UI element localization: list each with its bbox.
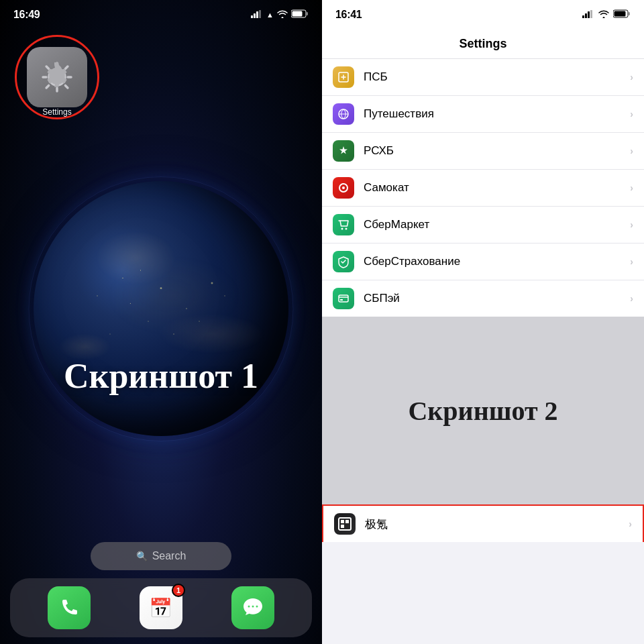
svg-rect-27 (340, 299, 343, 301)
item-label-sbermarket: СберМаркет (364, 218, 625, 231)
item-label-sberins: СберСтрахование (364, 255, 625, 268)
app-icon-jike (334, 513, 356, 535)
svg-rect-30 (345, 520, 349, 523)
svg-rect-14 (585, 13, 587, 18)
left-panel: 16:49 ▲ (0, 0, 322, 644)
dock-phone-app[interactable] (48, 586, 91, 629)
item-label-travel: Путешествия (364, 107, 625, 121)
app-icon-sbermarket (333, 214, 354, 235)
settings-item-jike[interactable]: 极氪 › (322, 504, 644, 542)
settings-app-label: Settings (20, 107, 94, 117)
nav-title: Settings (459, 37, 506, 51)
status-icons-right (582, 9, 631, 21)
app-icon-travel (333, 103, 354, 125)
chevron-samokat: › (630, 182, 633, 193)
svg-rect-5 (307, 12, 308, 15)
svg-rect-18 (629, 12, 630, 15)
svg-rect-2 (256, 11, 258, 18)
phone-icon (57, 596, 81, 620)
settings-item-pcb[interactable]: ПСБ › (322, 59, 644, 96)
svg-rect-3 (259, 10, 261, 18)
gear-icon (39, 59, 75, 95)
jike-icon (337, 517, 352, 531)
sbermarket-icon (337, 218, 350, 231)
settings-item-travel[interactable]: Путешествия › (322, 96, 644, 133)
travel-icon (337, 107, 350, 121)
svg-point-23 (342, 186, 345, 189)
svg-rect-16 (590, 10, 592, 18)
settings-item-rshb[interactable]: РСХБ › (322, 133, 644, 170)
dock: 📅 1 (10, 578, 312, 637)
search-bar[interactable]: 🔍 Search (91, 542, 231, 570)
signal-icon-right (582, 9, 594, 21)
sberpay-icon (337, 292, 350, 305)
chevron-sbermarket: › (630, 219, 633, 230)
status-bar-right: 16:41 (322, 0, 644, 30)
svg-rect-31 (341, 525, 344, 528)
battery-icon-left (291, 9, 309, 20)
app-icon-samokat (333, 177, 354, 199)
app-icon-rshb (333, 140, 354, 162)
app-icon-sberins (333, 251, 354, 272)
item-label-pcb: ПСБ (364, 70, 625, 84)
settings-item-samokat[interactable]: Самокат › (322, 170, 644, 207)
svg-rect-15 (588, 11, 590, 18)
screenshot-2-label: Скриншот 2 (408, 395, 557, 427)
chevron-jike: › (629, 519, 632, 529)
settings-item-sberins[interactable]: СберСтрахование › (322, 244, 644, 280)
svg-point-12 (256, 606, 258, 608)
wifi-icon-left (277, 10, 288, 20)
settings-section-apps: ПСБ › Путешествия › (322, 59, 644, 317)
calendar-icon: 📅 (149, 597, 172, 619)
app-icon-sberpay (333, 288, 354, 309)
svg-rect-26 (339, 295, 348, 302)
messages-icon (241, 596, 265, 620)
rshb-icon (337, 144, 350, 158)
dock-messages-app[interactable] (231, 586, 274, 629)
svg-point-11 (252, 606, 254, 608)
chevron-travel: › (630, 109, 633, 119)
item-label-rshb: РСХБ (364, 144, 625, 158)
svg-rect-6 (292, 11, 303, 17)
item-label-jike: 极氪 (365, 517, 623, 532)
right-panel: 16:41 (322, 0, 644, 644)
svg-rect-29 (341, 520, 344, 523)
item-label-samokat: Самокат (364, 181, 625, 195)
search-icon: 🔍 (136, 551, 148, 561)
screenshot-1-label: Скриншот 1 (0, 356, 322, 396)
item-label-sberpay: СБПэй (364, 292, 625, 305)
samokat-icon (337, 181, 350, 195)
pcb-icon (337, 70, 350, 84)
battery-icon-right (613, 9, 631, 21)
sberins-icon (337, 255, 350, 268)
app-icon-pcb (333, 66, 354, 88)
chevron-sberpay: › (630, 293, 633, 304)
time-right: 16:41 (335, 9, 362, 21)
chevron-sberins: › (630, 256, 633, 267)
settings-app-icon[interactable] (27, 47, 87, 107)
status-icons-left: ▲ (251, 9, 309, 20)
status-bar-left: 16:49 ▲ (0, 0, 322, 30)
settings-list[interactable]: ПСБ › Путешествия › (322, 59, 644, 644)
svg-rect-19 (614, 11, 626, 17)
settings-icon-wrapper[interactable]: Settings (20, 40, 94, 114)
settings-item-sbermarket[interactable]: СберМаркет › (322, 207, 644, 244)
signal-icon-left (251, 10, 263, 20)
svg-rect-13 (582, 15, 584, 18)
svg-point-24 (341, 228, 343, 230)
settings-item-sberpay[interactable]: СБПэй › (322, 280, 644, 317)
time-left: 16:49 (13, 9, 40, 21)
chevron-pcb: › (630, 72, 633, 83)
settings-nav-bar: Settings (322, 30, 644, 59)
calendar-badge: 1 (172, 584, 185, 597)
svg-rect-1 (254, 13, 256, 18)
dock-calendar-app[interactable]: 📅 1 (140, 586, 182, 629)
wifi-icon-right (598, 9, 609, 21)
svg-point-25 (345, 228, 347, 230)
svg-rect-28 (339, 518, 351, 530)
arrow-icon-left: ▲ (266, 11, 274, 19)
earth-globe (34, 181, 288, 436)
svg-rect-0 (251, 15, 253, 18)
screenshot-2-block: Скриншот 2 (322, 317, 644, 504)
svg-point-10 (248, 606, 250, 608)
